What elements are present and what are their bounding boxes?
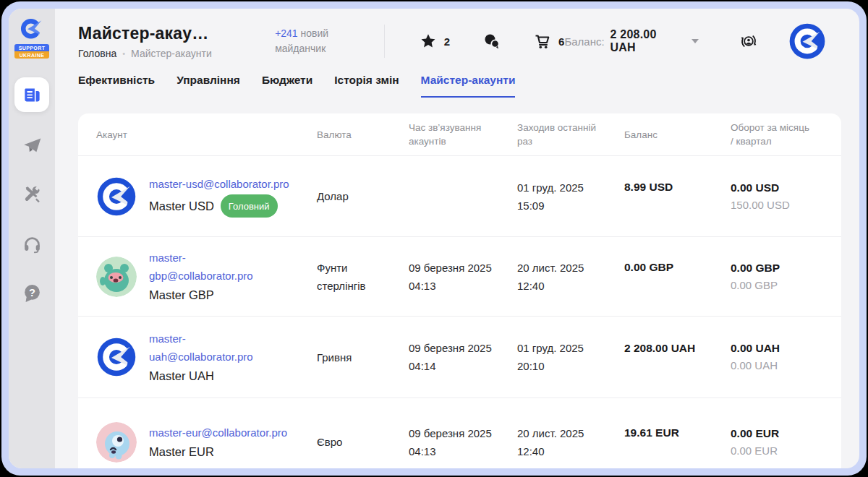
visit-time: 12:40 bbox=[517, 277, 611, 295]
tools-icon bbox=[22, 185, 42, 205]
sidebar-item-help[interactable]: ? bbox=[14, 277, 49, 309]
window-frame: SUPPORT UKRAINE bbox=[1, 1, 867, 476]
table-row[interactable]: master-eur@collaborator.pro Master EUR Є… bbox=[78, 398, 841, 468]
account-email-link[interactable]: master-eur@collaborator.pro bbox=[149, 424, 287, 442]
avatar-collaborator-logo bbox=[96, 176, 137, 217]
news-feed-icon bbox=[22, 85, 42, 105]
visit-time: 12:40 bbox=[517, 442, 611, 460]
app-window: SUPPORT UKRAINE bbox=[9, 9, 859, 468]
turnover-month: 0.00 USD bbox=[731, 179, 817, 197]
balance-dropdown[interactable]: Баланс: 2 208.00 UAH bbox=[564, 28, 699, 54]
account-name: Master EUR bbox=[149, 443, 214, 461]
tab-management[interactable]: Управління bbox=[176, 74, 240, 98]
table-header-row: Акаунт Валюта Час зв’язування акаунтів З… bbox=[78, 113, 841, 155]
balance-cell: 2 208.00 UAH bbox=[624, 339, 731, 357]
cart-count: 6 bbox=[558, 35, 564, 48]
sidebar-item-support[interactable] bbox=[14, 228, 49, 259]
sidebar-logo[interactable]: SUPPORT UKRAINE bbox=[14, 16, 49, 59]
table-row[interactable]: master-usd@collaborator.pro Master USD Г… bbox=[78, 155, 841, 236]
account-info: master-usd@collaborator.pro Master USD Г… bbox=[149, 175, 289, 218]
badge-support-label: SUPPORT bbox=[14, 44, 49, 51]
linked-time-cell: 09 березня 2025 04:14 bbox=[409, 339, 517, 375]
avatar-blue-ghost bbox=[96, 422, 137, 463]
turnover-quarter: 0.00 EUR bbox=[731, 442, 817, 460]
account-info: master-eur@collaborator.pro Master EUR bbox=[149, 424, 287, 461]
table-row[interactable]: master-gbp@collaborator.pro Master GBP Ф… bbox=[78, 236, 841, 316]
messages-button[interactable] bbox=[483, 33, 501, 50]
cart-button[interactable]: 6 bbox=[534, 33, 564, 50]
new-platforms-link[interactable]: +241 новий майданчик bbox=[275, 26, 341, 56]
col-header-account: Акаунт bbox=[96, 128, 317, 142]
new-platforms-count: +241 bbox=[275, 27, 298, 39]
last-visit-cell: 20 лист. 2025 12:40 bbox=[517, 424, 624, 460]
switch-account-button[interactable] bbox=[738, 30, 760, 52]
account-cell: master-uah@collaborator.pro Master UAH bbox=[96, 330, 317, 385]
last-visit-cell: 01 груд. 2025 15:09 bbox=[517, 179, 624, 215]
turnover-month: 0.00 UAH bbox=[731, 340, 817, 357]
breadcrumb-separator: • bbox=[122, 49, 125, 58]
account-email-link[interactable]: master-uah@collaborator.pro bbox=[149, 330, 273, 366]
collaborator-avatar-icon bbox=[788, 22, 826, 60]
turnover-quarter: 150.00 USD bbox=[731, 197, 817, 214]
linked-time: 04:14 bbox=[409, 357, 504, 375]
visit-date: 01 груд. 2025 bbox=[517, 339, 611, 357]
visit-date: 20 лист. 2025 bbox=[517, 424, 611, 442]
account-email-link[interactable]: master-usd@collaborator.pro bbox=[149, 175, 289, 193]
title-block: Майстер-акау… Головна • Майстер-акаунти bbox=[78, 24, 256, 59]
badge-ukraine-label: UKRAINE bbox=[14, 51, 49, 59]
sidebar-item-tools[interactable] bbox=[14, 179, 49, 210]
account-email-link[interactable]: master-gbp@collaborator.pro bbox=[149, 249, 273, 285]
turnover-cell: 0.00 EUR 0.00 EUR bbox=[731, 425, 830, 460]
turnover-month: 0.00 GBP bbox=[731, 259, 817, 277]
page-title: Майстер-акау… bbox=[78, 24, 256, 43]
col-header-last-visit: Заходив останній раз bbox=[517, 121, 624, 148]
linked-time: 04:13 bbox=[409, 442, 504, 460]
turnover-cell: 0.00 USD 150.00 USD bbox=[731, 179, 830, 214]
account-info: master-uah@collaborator.pro Master UAH bbox=[149, 330, 273, 385]
avatar-collaborator-logo bbox=[96, 337, 137, 377]
currency-cell: Долар bbox=[317, 187, 409, 205]
breadcrumb-home-link[interactable]: Головна bbox=[78, 48, 116, 59]
chat-bubbles-icon bbox=[483, 33, 501, 50]
switch-account-icon bbox=[739, 32, 758, 51]
account-name: Master GBP bbox=[149, 286, 214, 304]
col-header-balance: Баланс bbox=[624, 128, 731, 142]
last-visit-cell: 01 груд. 2025 20:10 bbox=[517, 339, 624, 375]
last-visit-cell: 20 лист. 2025 12:40 bbox=[517, 259, 624, 295]
breadcrumb: Головна • Майстер-акаунти bbox=[78, 48, 256, 59]
currency-cell: Фунти стерлінгів bbox=[317, 259, 409, 295]
tab-budgets[interactable]: Бюджети bbox=[262, 74, 312, 98]
account-cell: master-usd@collaborator.pro Master USD Г… bbox=[96, 175, 317, 218]
linked-date: 09 березня 2025 bbox=[409, 424, 504, 442]
tab-history[interactable]: Історія змін bbox=[334, 74, 399, 98]
balance-cell: 0.00 GBP bbox=[624, 258, 731, 276]
balance-cell: 19.61 EUR bbox=[624, 424, 731, 442]
paper-plane-icon bbox=[22, 136, 42, 155]
col-header-turnover: Оборот за місяць / квартал bbox=[731, 121, 830, 148]
visit-time: 20:10 bbox=[517, 357, 611, 375]
tab-master-accounts[interactable]: Майстер-акаунти bbox=[421, 74, 516, 98]
breadcrumb-current: Майстер-акаунти bbox=[131, 48, 212, 59]
question-bubble-icon: ? bbox=[22, 283, 42, 303]
avatar-green-monster bbox=[96, 257, 137, 297]
turnover-quarter: 0.00 UAH bbox=[731, 357, 817, 374]
balance-cell: 8.99 USD bbox=[624, 178, 731, 196]
star-icon bbox=[420, 33, 437, 50]
main-account-badge: Головний bbox=[221, 194, 278, 218]
cart-icon bbox=[534, 33, 551, 50]
collaborator-logo-icon bbox=[17, 16, 47, 43]
top-header: Майстер-акау… Головна • Майстер-акаунти … bbox=[55, 9, 859, 74]
linked-time: 04:13 bbox=[409, 277, 504, 295]
account-name: Master USD bbox=[149, 197, 214, 215]
sidebar-item-news-active[interactable] bbox=[14, 77, 49, 112]
user-avatar[interactable] bbox=[788, 22, 826, 60]
sidebar-item-telegram[interactable] bbox=[14, 129, 49, 161]
account-cell: master-eur@collaborator.pro Master EUR bbox=[96, 422, 317, 463]
header-counters: 2 bbox=[420, 33, 565, 50]
turnover-month: 0.00 EUR bbox=[731, 425, 817, 442]
table-row[interactable]: master-uah@collaborator.pro Master UAH Г… bbox=[78, 316, 841, 398]
linked-date: 09 березня 2025 bbox=[409, 259, 504, 277]
content-area: Акаунт Валюта Час зв’язування акаунтів З… bbox=[55, 98, 859, 468]
tab-efficiency[interactable]: Ефективність bbox=[78, 74, 155, 98]
favorites-button[interactable]: 2 bbox=[420, 33, 450, 50]
